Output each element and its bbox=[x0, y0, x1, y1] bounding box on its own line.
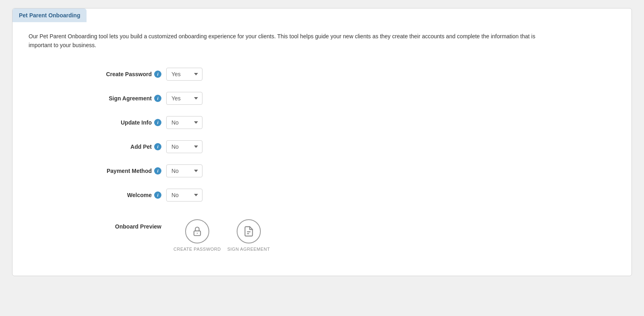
info-icon-add-pet[interactable]: i bbox=[154, 143, 161, 150]
document-icon bbox=[243, 226, 254, 237]
create-password-circle bbox=[185, 219, 209, 243]
label-payment-method: Payment Method i bbox=[89, 167, 161, 175]
card-body: Our Pet Parent Onboarding tool lets you … bbox=[12, 22, 632, 260]
description-text: Our Pet Parent Onboarding tool lets you … bbox=[29, 32, 552, 50]
form-row-add-pet: Add Pet i Yes No bbox=[89, 135, 615, 159]
main-card: Pet Parent Onboarding Our Pet Parent Onb… bbox=[12, 8, 632, 276]
select-update-info[interactable]: Yes No bbox=[166, 116, 202, 129]
svg-point-1 bbox=[197, 233, 198, 233]
label-add-pet: Add Pet i bbox=[89, 143, 161, 150]
sign-agreement-preview-label: SIGN AGREEMENT bbox=[227, 247, 270, 252]
label-create-password: Create Password i bbox=[89, 71, 161, 78]
info-icon-create-password[interactable]: i bbox=[154, 71, 161, 78]
info-icon-update-info[interactable]: i bbox=[154, 119, 161, 126]
preview-icon-sign-agreement: SIGN AGREEMENT bbox=[227, 219, 270, 252]
select-sign-agreement[interactable]: Yes No bbox=[166, 92, 202, 105]
label-sign-agreement: Sign Agreement i bbox=[89, 95, 161, 102]
form-row-update-info: Update Info i Yes No bbox=[89, 110, 615, 135]
onboard-preview-label: Onboard Preview bbox=[89, 219, 161, 230]
form-row-welcome: Welcome i Yes No bbox=[89, 183, 615, 207]
sign-agreement-circle bbox=[237, 219, 261, 243]
select-payment-method[interactable]: Yes No bbox=[166, 164, 202, 177]
label-update-info: Update Info i bbox=[89, 119, 161, 126]
onboard-preview-section: Onboard Preview CREATE PASSWORD bbox=[89, 219, 615, 252]
info-icon-sign-agreement[interactable]: i bbox=[154, 95, 161, 102]
form-row-payment-method: Payment Method i Yes No bbox=[89, 159, 615, 183]
info-icon-payment-method[interactable]: i bbox=[154, 167, 161, 175]
create-password-preview-label: CREATE PASSWORD bbox=[173, 247, 221, 252]
form-row-sign-agreement: Sign Agreement i Yes No bbox=[89, 86, 615, 110]
card-title: Pet Parent Onboarding bbox=[19, 12, 80, 19]
lock-icon bbox=[192, 226, 203, 237]
card-header: Pet Parent Onboarding bbox=[12, 8, 87, 22]
info-icon-welcome[interactable]: i bbox=[154, 191, 161, 199]
select-welcome[interactable]: Yes No bbox=[166, 189, 202, 202]
preview-icons: CREATE PASSWORD SIGN AGREEMENT bbox=[173, 219, 270, 252]
form-section: Create Password i Yes No Sign Agreement … bbox=[29, 62, 615, 207]
label-welcome: Welcome i bbox=[89, 191, 161, 199]
select-add-pet[interactable]: Yes No bbox=[166, 140, 202, 153]
select-create-password[interactable]: Yes No bbox=[166, 68, 202, 81]
form-row-create-password: Create Password i Yes No bbox=[89, 62, 615, 86]
preview-icon-create-password: CREATE PASSWORD bbox=[173, 219, 221, 252]
